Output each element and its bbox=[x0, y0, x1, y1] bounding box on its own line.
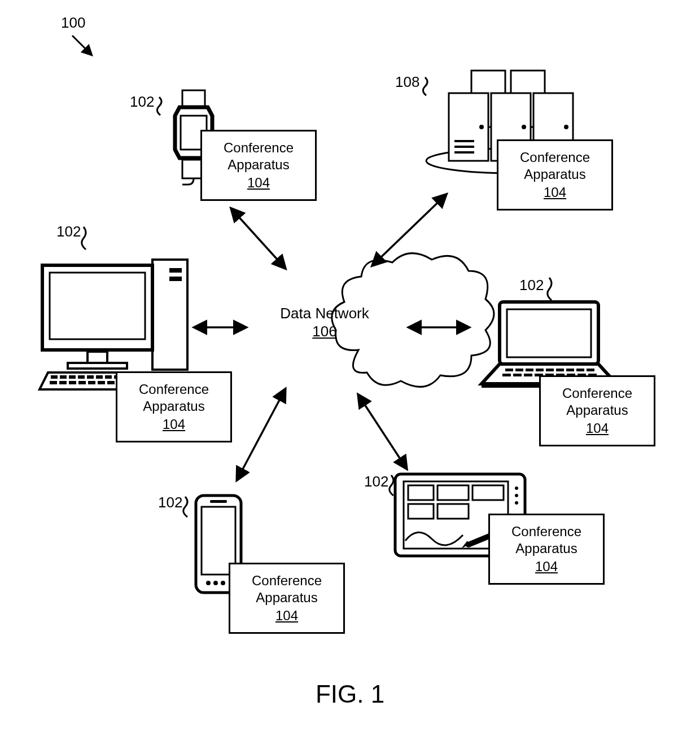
svg-rect-33 bbox=[88, 352, 107, 363]
box-ref: 104 bbox=[275, 607, 298, 624]
svg-rect-60 bbox=[526, 369, 533, 371]
svg-rect-86 bbox=[473, 485, 504, 500]
svg-point-18 bbox=[564, 125, 568, 129]
svg-point-80 bbox=[213, 581, 218, 585]
svg-rect-61 bbox=[536, 369, 544, 371]
svg-rect-51 bbox=[107, 381, 115, 384]
svg-rect-34 bbox=[68, 363, 127, 369]
svg-rect-87 bbox=[408, 504, 434, 519]
svg-rect-29 bbox=[169, 268, 182, 273]
svg-rect-7 bbox=[182, 90, 205, 107]
leader-servers-icon bbox=[415, 76, 438, 99]
svg-point-90 bbox=[515, 494, 518, 497]
box-ref: 104 bbox=[544, 184, 566, 201]
leader-phone-icon bbox=[175, 496, 198, 519]
svg-rect-69 bbox=[524, 374, 532, 376]
box-ref: 104 bbox=[163, 416, 185, 433]
box-ref: 104 bbox=[586, 420, 609, 437]
box-laptop: Conference Apparatus 104 bbox=[539, 375, 655, 446]
box-desktop: Conference Apparatus 104 bbox=[116, 371, 232, 442]
svg-rect-49 bbox=[88, 381, 95, 384]
box-label: Conference Apparatus bbox=[498, 149, 611, 183]
svg-rect-62 bbox=[546, 369, 554, 371]
box-servers: Conference Apparatus 104 bbox=[497, 139, 613, 211]
box-label: Conference Apparatus bbox=[490, 523, 603, 557]
box-label: Conference Apparatus bbox=[541, 385, 654, 419]
svg-rect-28 bbox=[152, 260, 187, 370]
svg-rect-30 bbox=[169, 277, 182, 281]
box-tablet: Conference Apparatus 104 bbox=[488, 514, 605, 585]
svg-point-17 bbox=[522, 125, 526, 129]
leader-watch-icon bbox=[148, 96, 170, 119]
svg-rect-56 bbox=[507, 309, 591, 357]
svg-rect-66 bbox=[587, 369, 594, 371]
figure-caption: FIG. 1 bbox=[0, 680, 700, 708]
svg-point-89 bbox=[515, 486, 518, 490]
box-phone: Conference Apparatus 104 bbox=[229, 563, 345, 634]
svg-rect-65 bbox=[576, 369, 584, 371]
svg-rect-32 bbox=[50, 273, 145, 339]
svg-rect-68 bbox=[513, 374, 522, 376]
svg-line-6 bbox=[358, 395, 406, 468]
svg-rect-41 bbox=[105, 375, 112, 379]
leader-desktop-icon bbox=[73, 226, 96, 251]
box-ref: 104 bbox=[247, 174, 270, 191]
svg-rect-46 bbox=[59, 381, 67, 384]
svg-point-91 bbox=[515, 501, 518, 505]
box-ref: 104 bbox=[535, 558, 558, 575]
svg-rect-58 bbox=[505, 369, 513, 371]
svg-point-16 bbox=[479, 125, 484, 129]
svg-rect-59 bbox=[515, 369, 523, 371]
svg-rect-85 bbox=[438, 485, 469, 500]
leader-laptop-icon bbox=[539, 277, 562, 302]
svg-rect-67 bbox=[502, 374, 511, 376]
box-label: Conference Apparatus bbox=[202, 139, 315, 173]
svg-point-81 bbox=[221, 581, 225, 585]
box-label: Conference Apparatus bbox=[230, 572, 343, 606]
svg-line-5 bbox=[237, 389, 285, 480]
svg-line-2 bbox=[373, 195, 446, 265]
svg-rect-36 bbox=[60, 375, 67, 379]
leader-tablet-icon bbox=[381, 474, 404, 498]
svg-rect-35 bbox=[51, 375, 58, 379]
desktop-icon bbox=[34, 246, 198, 392]
svg-rect-64 bbox=[566, 369, 574, 371]
svg-rect-50 bbox=[98, 381, 105, 384]
svg-rect-40 bbox=[96, 375, 103, 379]
svg-rect-84 bbox=[408, 485, 434, 500]
diagram-stage: 100 Data Network 106 bbox=[0, 0, 700, 732]
box-watch: Conference Apparatus 104 bbox=[200, 130, 317, 201]
svg-rect-37 bbox=[69, 375, 76, 379]
svg-rect-45 bbox=[50, 381, 57, 384]
svg-rect-39 bbox=[87, 375, 94, 379]
svg-rect-47 bbox=[69, 381, 76, 384]
box-label: Conference Apparatus bbox=[117, 381, 230, 415]
svg-rect-38 bbox=[78, 375, 85, 379]
svg-point-79 bbox=[206, 581, 211, 585]
svg-rect-88 bbox=[438, 504, 469, 519]
svg-rect-48 bbox=[78, 381, 86, 384]
svg-rect-63 bbox=[556, 369, 564, 371]
svg-line-1 bbox=[231, 209, 285, 268]
svg-rect-78 bbox=[210, 500, 227, 503]
